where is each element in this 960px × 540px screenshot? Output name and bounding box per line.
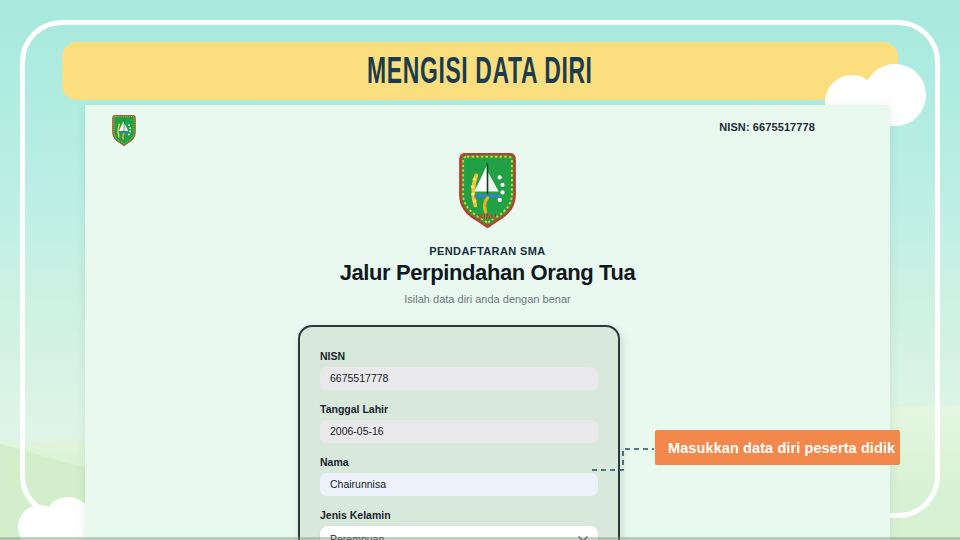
form-title: Jalur Perpindahan Orang Tua xyxy=(340,260,636,286)
nisn-input: 6675517778 xyxy=(320,367,598,390)
form-subtitle: Isilah data diri anda dengan benar xyxy=(404,293,570,305)
field-jenis-kelamin: Jenis Kelamin Perempuan xyxy=(320,509,598,540)
data-diri-form-card: NISN 6675517778 Tanggal Lahir 2006-05-16… xyxy=(298,325,620,540)
jenis-kelamin-label: Jenis Kelamin xyxy=(320,509,598,521)
nama-value: Chairunnisa xyxy=(330,473,386,496)
annotation-callout-text: Masukkan data diri peserta didik xyxy=(668,440,895,456)
nisn-label: NISN xyxy=(320,350,598,362)
nisn-value: 6675517778 xyxy=(330,367,388,390)
riau-crest-icon: RIAU xyxy=(459,153,516,228)
slide-title-banner: MENGISI DATA DIRI xyxy=(62,42,898,100)
tanggal-lahir-label: Tanggal Lahir xyxy=(320,403,598,415)
form-eyebrow: PENDAFTARAN SMA xyxy=(429,245,545,257)
registration-app-page: NISN: 6675517778 RIAU PENDAFTARAN SMA Ja… xyxy=(85,105,890,540)
page-header: RIAU PENDAFTARAN SMA Jalur Perpindahan O… xyxy=(85,153,890,305)
field-tanggal-lahir: Tanggal Lahir 2006-05-16 xyxy=(320,403,598,443)
riau-crest-icon-small xyxy=(112,115,136,146)
field-nama: Nama Chairunnisa xyxy=(320,456,598,496)
nama-input[interactable]: Chairunnisa xyxy=(320,473,598,496)
nisn-badge: NISN: 6675517778 xyxy=(719,121,815,133)
field-nisn: NISN 6675517778 xyxy=(320,350,598,390)
svg-text:RIAU: RIAU xyxy=(478,212,496,221)
tanggal-lahir-value: 2006-05-16 xyxy=(330,420,384,443)
nama-label: Nama xyxy=(320,456,598,468)
slide-title: MENGISI DATA DIRI xyxy=(367,50,592,92)
tanggal-lahir-input: 2006-05-16 xyxy=(320,420,598,443)
annotation-callout: Masukkan data diri peserta didik xyxy=(655,430,900,465)
